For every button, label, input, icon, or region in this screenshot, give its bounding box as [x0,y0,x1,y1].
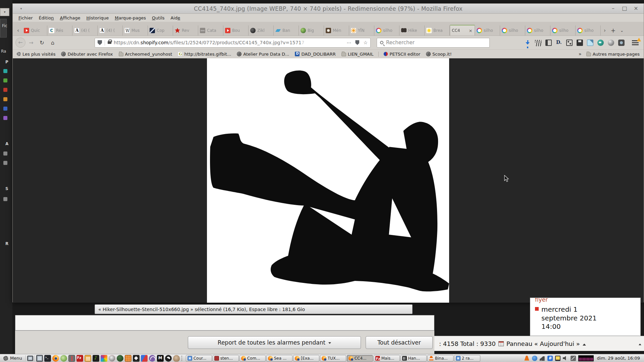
sphere-icon[interactable] [117,355,123,362]
browser-tab[interactable]: Zikl [249,25,274,36]
music-icon[interactable] [93,355,99,362]
disable-all-button[interactable]: Tout désactiver [366,336,433,349]
back-button[interactable]: ← [15,38,25,48]
browser-tab[interactable]: Cata [198,25,223,36]
bookmark-star-icon[interactable]: ☆ [363,40,368,45]
collapse-panel-icon[interactable] [583,342,586,346]
new-tab-button[interactable]: + [609,25,618,36]
volume-icon[interactable] [563,356,568,361]
browser-tab[interactable]: YĪN [349,25,374,36]
browser-tab[interactable]: (4) ( [98,25,123,36]
bookmark-item[interactable]: Scoop.it! [426,52,452,57]
vlc-tray-icon[interactable] [524,356,530,361]
search-bar[interactable]: Rechercher [377,38,490,48]
monitor-tray-icon[interactable] [555,356,560,361]
browser-tab[interactable]: Rés [47,25,72,36]
unity-icon[interactable] [133,355,140,362]
panel-handle[interactable] [181,356,183,361]
reload-button[interactable]: ↻ [38,40,46,46]
note-icon[interactable] [587,40,593,46]
title-bar[interactable]: ▾ CC4145_740x.jpg (Image WEBP, 740 × 740… [13,4,644,14]
browser-tab[interactable]: CC4 × [450,25,475,36]
menu-item[interactable]: Aide [168,14,183,21]
hamburger-menu-icon[interactable] [632,40,639,45]
padlock-icon[interactable] [108,41,111,44]
taskbar-window-button[interactable]: Cour... [186,355,212,362]
home-button[interactable]: ⌂ [48,40,57,46]
permissions-shield-icon[interactable] [355,40,359,45]
browser-tab[interactable]: Ban [274,25,299,36]
minimize-button[interactable]: – [610,5,616,11]
taskbar-clock[interactable]: dim. 29 août, 16:09 [594,356,643,361]
forward-button[interactable]: → [27,40,36,46]
scroll-tabs-left-icon[interactable]: ‹ [14,25,22,36]
browser-tab[interactable]: Quic [22,25,47,36]
library-icon[interactable] [535,40,541,46]
bookmark-item[interactable]: Archeomed_yunohost [119,52,172,57]
browser-tab[interactable]: Bou [223,25,249,36]
krita-icon[interactable] [141,355,148,362]
tab-close-icon[interactable]: × [468,28,473,33]
taskbar-window-button[interactable]: Com... [239,355,266,362]
editor-icon[interactable] [85,355,91,362]
menu-item[interactable]: Fichier [15,14,36,21]
collapse-panel-icon[interactable] [639,342,641,345]
browser-tab[interactable]: silho [550,25,576,36]
browser-tab[interactable]: silho [475,25,500,36]
taskbar-window-button[interactable]: Han... [400,355,427,362]
bookmark-item[interactable]: http://bitrates.gifbit... [178,52,231,57]
browser-tab[interactable]: silho [500,25,525,36]
plug-icon[interactable] [571,356,576,361]
bookmark-item[interactable]: Débuter avec Firefox [61,52,113,57]
browser-tab[interactable]: Big [299,25,324,36]
browser-tab[interactable]: Mén [324,25,349,36]
bookmark-item[interactable]: PETSCII editor [378,52,420,57]
browser-tab[interactable]: Hike [399,25,425,36]
taskbar-window-button[interactable]: 2 ra... [454,355,480,362]
bookmark-item[interactable]: LIEN_GMAIL [341,52,374,57]
taskbar-window-button[interactable]: CC4... [347,355,373,362]
mixxx-icon[interactable] [157,355,164,362]
sidebar-icon[interactable] [545,40,552,46]
lens-icon[interactable] [109,355,115,362]
gimp-icon[interactable] [173,355,180,362]
menu-item[interactable]: Historique [84,14,112,21]
signal-icon[interactable] [540,356,545,361]
bookmark-item[interactable]: Atelier Pure Data D... [237,52,289,57]
addon-grid-icon[interactable] [566,40,573,46]
browser-tab[interactable]: (4) ( [72,25,98,36]
globe-teal-icon[interactable] [597,40,604,46]
taskbar-window-button[interactable]: Bina... [427,355,453,362]
browser-tab[interactable]: Cop [148,25,173,36]
other-bookmarks[interactable]: Autres marque-pages [586,52,640,57]
bluetooth-icon[interactable] [547,356,553,361]
browser-tab[interactable]: silho [374,25,399,36]
taskbar-window-button[interactable]: TUX... [320,355,346,362]
page-actions-icon[interactable]: ⋯ [346,40,351,45]
menu-item[interactable]: Affichage [57,14,84,21]
bookmark-item[interactable]: DAD_DOLIBARR [295,52,335,57]
taskbar-window-button[interactable]: [Exa... [293,355,319,362]
mint-icon[interactable] [60,355,67,362]
taskbar-window-button[interactable]: Sea ... [266,355,292,362]
url-bar[interactable]: https://cdn.shopify.com/s/files/1/2524/0… [95,38,371,48]
orb-icon[interactable] [608,40,614,46]
browser-tab[interactable]: Rev [173,25,198,36]
dolibarr-icon[interactable] [556,40,562,46]
obs-icon[interactable] [165,355,172,362]
image-viewport[interactable] [207,58,449,303]
headphones-icon[interactable] [149,355,156,362]
photos-icon[interactable] [101,355,107,362]
browser-tab[interactable]: Brea [425,25,450,36]
url-text[interactable]: https://cdn.shopify.com/s/files/1/2524/0… [114,40,346,45]
menu-item[interactable]: Édition [36,14,57,21]
bookmarks-overflow-icon[interactable]: » [579,51,582,57]
monitor-icon[interactable] [36,355,43,362]
close-button[interactable]: × [633,5,639,11]
shield-tray-icon[interactable] [532,356,537,361]
maximize-button[interactable]: □ [622,5,628,11]
download-icon[interactable] [525,40,531,46]
browser-tab[interactable]: silho [525,25,550,36]
menu-item[interactable]: Marque-pages [112,14,149,21]
bookmark-item[interactable]: Les plus visités [17,52,55,57]
